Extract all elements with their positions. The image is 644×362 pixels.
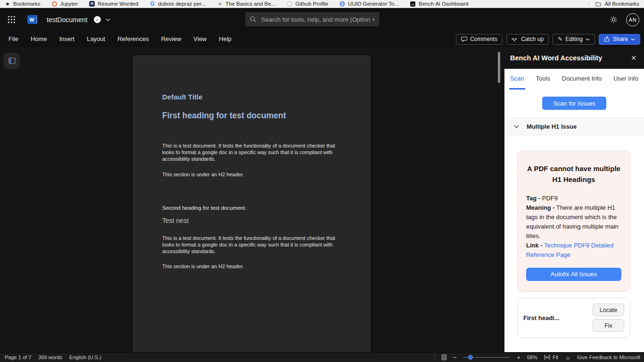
locate-button[interactable]: Locate xyxy=(593,304,624,316)
word-app-header: W testDocument ✓ AN xyxy=(0,8,644,31)
search-input[interactable] xyxy=(261,16,375,23)
scan-for-issues-button[interactable]: Scan for Issues xyxy=(542,97,606,110)
tab-document-info[interactable]: Document Info xyxy=(561,69,603,90)
fix-button[interactable]: Fix xyxy=(593,319,624,332)
document-body: Default Title First heading for test doc… xyxy=(134,56,370,269)
zoom-slider[interactable] xyxy=(463,355,510,360)
zoom-in-button[interactable]: + xyxy=(517,354,520,361)
menu-layout[interactable]: Layout xyxy=(81,31,111,47)
page-view-icon[interactable] xyxy=(442,354,446,360)
language-indicator[interactable]: English (U.S.) xyxy=(69,354,101,360)
all-bookmarks[interactable]: All Bookmarks xyxy=(588,1,640,7)
bookmark-bookmarks[interactable]: ★ Bookmarks xyxy=(5,1,41,7)
doc-heading-2: Second heading for test document. xyxy=(162,205,341,211)
menu-view[interactable]: View xyxy=(187,31,213,47)
app-launcher-button[interactable] xyxy=(3,11,20,28)
share-label: Share xyxy=(613,36,628,42)
fit-to-page-button[interactable]: Fit xyxy=(544,354,558,360)
tag-value: PDF9 xyxy=(542,195,558,202)
close-icon[interactable]: ✕ xyxy=(631,55,636,61)
content-area: Default Title First heading for test doc… xyxy=(0,47,644,352)
bookmark-dubois-depraz[interactable]: G dubois depraz per... xyxy=(149,1,206,7)
bookmark-uuid-generator[interactable]: UUID Generator To... xyxy=(339,1,399,7)
chevron-down-icon xyxy=(586,38,590,41)
zoom-out-button[interactable]: − xyxy=(453,354,457,361)
catch-up-icon xyxy=(512,37,518,41)
status-bar: Page 1 of 7 369 words English (U.S.) − +… xyxy=(0,352,644,362)
brightness-icon[interactable]: ☼ xyxy=(565,354,570,361)
all-bookmarks-label: All Bookmarks xyxy=(605,1,640,7)
editing-label: Editing xyxy=(565,36,583,42)
tab-scan[interactable]: Scan xyxy=(509,69,525,90)
divider xyxy=(435,354,435,360)
ribbon-menu-bar: File Home Insert Layout References Revie… xyxy=(0,31,644,47)
star-icon: ★ xyxy=(5,1,10,7)
editing-dropdown[interactable]: ✎ Editing xyxy=(553,34,595,45)
github-icon xyxy=(287,1,292,7)
issue-group-header[interactable]: Multiple H1 Issue xyxy=(504,118,644,135)
save-status-icon: ✓ xyxy=(94,16,101,23)
document-page[interactable]: Default Title First heading for test doc… xyxy=(133,56,370,352)
navigation-pane-toggle-button[interactable] xyxy=(4,53,20,69)
menu-insert[interactable]: Insert xyxy=(53,31,81,47)
header-right: AN xyxy=(610,8,644,31)
bookmark-jupyter[interactable]: Jupyter xyxy=(52,1,78,7)
search-bar[interactable] xyxy=(245,12,380,26)
status-right: − + 68% Fit ☼ Give Feedback to Microsoft xyxy=(435,354,640,361)
bookmark-label: Github Profile xyxy=(295,1,328,7)
fit-icon xyxy=(544,355,550,360)
tab-user-info[interactable]: User Info xyxy=(612,69,639,90)
chevron-down-icon[interactable] xyxy=(106,18,110,21)
doc-default-title: Default Title xyxy=(162,93,341,101)
search-icon xyxy=(250,16,256,23)
menu-help[interactable]: Help xyxy=(213,31,238,47)
issue-card-details: Tag - PDF9 Meaning - There are multiple … xyxy=(526,194,621,260)
share-button[interactable]: Share xyxy=(599,34,640,45)
panel-title: Bench AI Word Accessibility xyxy=(510,54,602,62)
zoom-slider-thumb[interactable] xyxy=(468,355,473,360)
issue-card-title: A PDF cannot have multiple H1 Headings xyxy=(526,163,621,185)
autofix-all-issues-button[interactable]: Autofix All Issues xyxy=(526,268,621,281)
gear-icon[interactable] xyxy=(610,16,618,24)
word-count[interactable]: 369 words xyxy=(38,354,62,360)
scrollbar-thumb[interactable] xyxy=(498,52,500,83)
bookmark-resume-worded[interactable]: R Resume Worded xyxy=(89,1,138,7)
document-title[interactable]: testDocument xyxy=(47,16,87,24)
document-canvas: Default Title First heading for test doc… xyxy=(0,47,504,352)
menu-items: File Home Insert Layout References Revie… xyxy=(2,31,238,47)
doc-section-note: This section is under an H2 header. xyxy=(162,172,341,177)
bookmark-the-basics[interactable]: ★ The Basics and Be... xyxy=(217,1,275,7)
bookmark-github-profile[interactable]: Github Profile xyxy=(287,1,328,7)
bookmarks-list: ★ Bookmarks Jupyter R Resume Worded G du… xyxy=(5,1,468,7)
issue-detail-card: A PDF cannot have multiple H1 Headings T… xyxy=(517,150,630,292)
doc-section-note: This section is under an H2 header. xyxy=(162,263,341,269)
bookmark-label: Resume Worded xyxy=(98,1,138,7)
tab-tools[interactable]: Tools xyxy=(535,69,551,90)
page-indicator[interactable]: Page 1 of 7 xyxy=(5,354,31,360)
avatar[interactable]: AN xyxy=(626,13,639,26)
menu-references[interactable]: References xyxy=(111,31,155,47)
bookmark-bench-ai-dashboard[interactable]: Bench AI Dashboard xyxy=(410,1,469,7)
catch-up-button[interactable]: Catch up xyxy=(506,34,549,45)
star-gray-icon: ★ xyxy=(217,1,223,7)
comment-icon xyxy=(461,36,467,42)
share-icon xyxy=(604,36,610,42)
bookmark-label: dubois depraz per... xyxy=(158,1,206,7)
comments-button[interactable]: Comments xyxy=(456,34,503,45)
jupyter-icon xyxy=(52,1,58,7)
resume-worded-icon: R xyxy=(89,1,95,7)
doc-heading-nested: Test nest xyxy=(162,217,341,224)
panel-header: Bench AI Word Accessibility ✕ xyxy=(504,47,644,69)
comments-label: Comments xyxy=(470,36,497,42)
bookmark-label: UUID Generator To... xyxy=(348,1,399,7)
issue-instance-actions: Locate Fix xyxy=(593,304,624,332)
zoom-level[interactable]: 68% xyxy=(527,354,537,360)
menu-file[interactable]: File xyxy=(2,31,25,47)
tag-label: Tag - xyxy=(526,195,540,202)
screen: ★ Bookmarks Jupyter R Resume Worded G du… xyxy=(0,0,644,362)
feedback-link[interactable]: Give Feedback to Microsoft xyxy=(577,354,640,360)
word-app-icon[interactable]: W xyxy=(27,15,36,24)
menu-review[interactable]: Review xyxy=(155,31,188,47)
bookmark-label: The Basics and Be... xyxy=(225,1,275,7)
menu-home[interactable]: Home xyxy=(25,31,53,47)
